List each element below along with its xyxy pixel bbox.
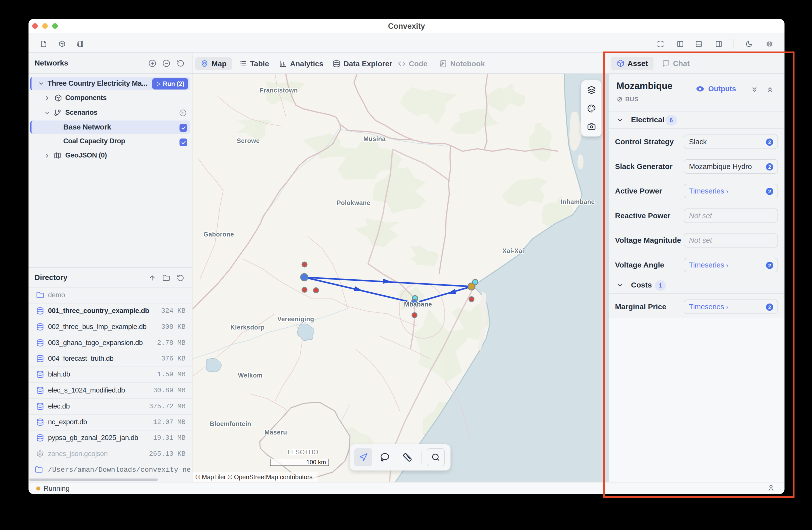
svg-text:Inhambane: Inhambane — [561, 198, 595, 205]
svg-text:Xai-Xai: Xai-Xai — [503, 247, 524, 254]
svg-text:Welkom: Welkom — [238, 372, 262, 379]
svg-text:Serowe: Serowe — [237, 137, 260, 144]
svg-text:Musina: Musina — [363, 135, 386, 142]
svg-text:Klerksdorp: Klerksdorp — [231, 324, 265, 331]
svg-text:Vereeniging: Vereeniging — [277, 315, 314, 323]
svg-text:Gaborone: Gaborone — [203, 231, 234, 238]
svg-text:Polokwane: Polokwane — [336, 199, 370, 206]
svg-text:Francistown: Francistown — [260, 87, 298, 94]
svg-text:Maseru: Maseru — [264, 429, 287, 436]
svg-text:Mbabane: Mbabane — [404, 301, 432, 308]
svg-text:LESOTHO: LESOTHO — [288, 448, 319, 456]
svg-text:Bloemfontein: Bloemfontein — [210, 420, 251, 427]
